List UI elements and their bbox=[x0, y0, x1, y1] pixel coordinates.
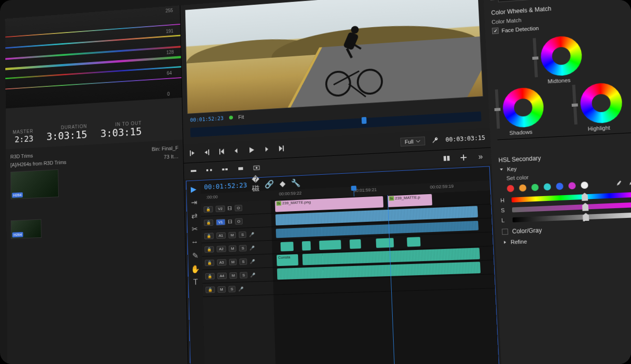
scope-ruler: 255 191 128 64 0 bbox=[166, 5, 180, 98]
color-swatch-cyan[interactable] bbox=[544, 183, 551, 190]
timeline-lanes[interactable]: fx239_MATTE.png fx239_MATTE.p bbox=[271, 190, 499, 364]
comparison-view-icon[interactable] bbox=[442, 153, 451, 163]
hue-slider[interactable]: ✓ bbox=[512, 191, 631, 202]
playhead-marker[interactable] bbox=[362, 117, 366, 124]
dropped-frame-indicator bbox=[229, 116, 233, 119]
codec-badge: H264 bbox=[12, 232, 23, 237]
eyedropper-icon[interactable] bbox=[615, 180, 623, 187]
codec-badge: H264 bbox=[12, 192, 23, 198]
go-to-out-icon[interactable] bbox=[277, 144, 286, 153]
insert-icon[interactable] bbox=[221, 165, 230, 173]
shadows-label: Shadows bbox=[509, 129, 532, 136]
audio-clip[interactable] bbox=[302, 241, 311, 251]
hue-label: H bbox=[500, 197, 507, 203]
lumetri-panel: Master * C050_C003_010… fx Lumetri Color… bbox=[482, 0, 631, 364]
track-select-tool-icon[interactable]: ⇥ bbox=[190, 198, 198, 206]
razor-tool-icon[interactable]: ✂ bbox=[190, 224, 199, 233]
play-icon[interactable] bbox=[247, 146, 256, 154]
audio-clip[interactable] bbox=[349, 239, 361, 249]
export-frame-icon[interactable] bbox=[252, 163, 261, 172]
fx-badge: fx bbox=[490, 0, 495, 1]
zoom-fit-dropdown[interactable]: Fit bbox=[238, 114, 244, 120]
midtones-luma-slider[interactable] bbox=[533, 38, 538, 77]
highlights-label: Highlight bbox=[588, 125, 611, 132]
midtones-label: Midtones bbox=[548, 77, 571, 84]
highlights-color-wheel[interactable] bbox=[580, 82, 623, 124]
master-tc: 2:23 bbox=[15, 133, 33, 144]
shadows-color-wheel[interactable] bbox=[502, 87, 545, 129]
program-timecode[interactable]: 00:01:52:23 bbox=[190, 115, 223, 123]
saturation-slider[interactable]: ✓ bbox=[512, 201, 631, 213]
svg-rect-2 bbox=[210, 169, 212, 171]
mark-in-icon[interactable] bbox=[188, 149, 196, 157]
clip-thumbnail[interactable]: H264 bbox=[11, 169, 59, 199]
type-tool-icon[interactable]: T bbox=[191, 278, 200, 286]
saturation-label: S bbox=[501, 207, 507, 214]
luma-slider[interactable]: ✓ bbox=[513, 212, 631, 223]
selection-tool-icon[interactable]: ▶ bbox=[189, 184, 198, 193]
slip-tool-icon[interactable]: ↔ bbox=[190, 238, 199, 247]
audio-clip[interactable] bbox=[319, 240, 341, 250]
linked-selection-icon[interactable]: 🔗 bbox=[265, 180, 273, 189]
audio-clip[interactable]: Consta bbox=[277, 254, 299, 266]
shadows-luma-slider[interactable] bbox=[495, 89, 500, 129]
highlights-luma-slider[interactable] bbox=[572, 85, 578, 125]
waveform-scope bbox=[5, 5, 182, 108]
plus-icon[interactable] bbox=[459, 153, 468, 162]
snap-icon[interactable]: �磁 bbox=[251, 180, 260, 189]
eyedropper-add-icon[interactable] bbox=[628, 180, 631, 187]
pen-tool-icon[interactable]: ✎ bbox=[191, 251, 199, 260]
program-monitor[interactable] bbox=[185, 0, 483, 114]
color-gray-toggle[interactable]: Color/Gray bbox=[502, 222, 631, 235]
overwrite-icon[interactable] bbox=[236, 164, 245, 173]
timeline-timecode[interactable]: 00:01:52:23 bbox=[204, 181, 247, 191]
marker-icon[interactable]: ◆ bbox=[278, 179, 287, 188]
svg-rect-7 bbox=[447, 155, 450, 160]
color-swatch-red[interactable] bbox=[507, 185, 514, 192]
svg-rect-3 bbox=[238, 167, 243, 170]
color-swatch-white[interactable] bbox=[581, 182, 588, 189]
step-back-icon[interactable] bbox=[232, 146, 241, 155]
color-swatch-blue[interactable] bbox=[556, 182, 564, 190]
timeline-panel[interactable]: ▶ ⇥ ⇄ ✂ ↔ ✎ ✋ T 00:01:52:23 �磁 🔗 ◆ 🔧 :00… bbox=[186, 166, 500, 364]
in-to-out-tc: 3:03:15 bbox=[100, 126, 142, 140]
duration-tc: 3:03:15 bbox=[47, 129, 87, 142]
audio-clip[interactable] bbox=[376, 238, 394, 248]
audio-clip[interactable] bbox=[407, 237, 420, 247]
color-swatch-orange[interactable] bbox=[519, 184, 526, 192]
color-swatch-magenta[interactable] bbox=[568, 182, 576, 189]
wrench-icon[interactable] bbox=[431, 136, 440, 145]
luma-label: L bbox=[501, 217, 508, 223]
video-clip[interactable]: fx239_MATTE.p bbox=[387, 194, 432, 207]
extract-icon[interactable] bbox=[205, 165, 214, 174]
step-forward-icon[interactable] bbox=[262, 145, 271, 154]
scopes-panel: 255 191 128 64 0 bbox=[5, 5, 182, 108]
svg-rect-0 bbox=[191, 170, 196, 172]
refine-collapser[interactable]: Refine bbox=[502, 233, 631, 246]
hand-tool-icon[interactable]: ✋ bbox=[191, 265, 200, 273]
timeline-wrench-icon[interactable]: 🔧 bbox=[291, 178, 300, 187]
svg-rect-1 bbox=[206, 169, 208, 171]
lift-icon[interactable] bbox=[189, 166, 198, 175]
ripple-tool-icon[interactable]: ⇄ bbox=[190, 211, 198, 220]
chevrons-icon[interactable]: » bbox=[476, 152, 485, 161]
svg-rect-6 bbox=[444, 156, 447, 161]
audio-clip[interactable] bbox=[281, 242, 294, 251]
resolution-dropdown[interactable]: Full bbox=[400, 136, 425, 147]
clip-thumbnail[interactable]: H264 bbox=[11, 219, 41, 239]
track-header-extra[interactable]: 🔒 M S 🎤 bbox=[202, 281, 273, 297]
mark-out-icon[interactable] bbox=[203, 148, 211, 157]
project-bins[interactable]: R3D TrimsBin: Final_F [A]/H264s from R3D… bbox=[6, 140, 188, 364]
midtones-color-wheel[interactable] bbox=[540, 35, 583, 77]
color-swatch-green[interactable] bbox=[531, 184, 539, 191]
svg-point-5 bbox=[256, 166, 258, 168]
total-duration-tc: 00:03:03:15 bbox=[446, 134, 485, 143]
go-to-in-icon[interactable] bbox=[217, 147, 226, 156]
video-content-cyclist bbox=[323, 27, 383, 98]
lumetri-color-chip[interactable]: Lumetri Color bbox=[498, 0, 541, 2]
